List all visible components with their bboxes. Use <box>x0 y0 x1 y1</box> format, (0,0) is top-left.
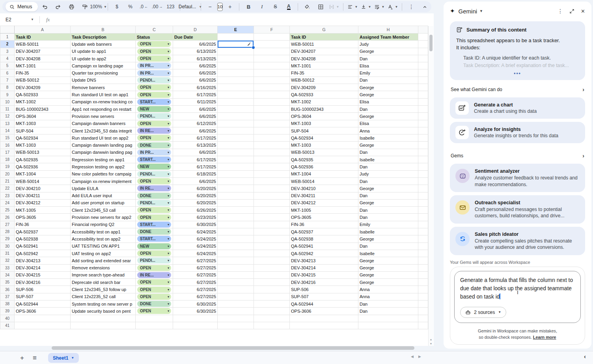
cell[interactable]: MKT-1004 <box>15 170 71 177</box>
column-header-A[interactable]: A <box>15 26 71 34</box>
cell[interactable]: 6/6/2025 <box>173 41 218 48</box>
cell[interactable] <box>418 300 428 307</box>
row-header-2[interactable]: 2 <box>0 41 15 48</box>
cell[interactable]: Regression testing on app2 <box>71 163 136 170</box>
cell[interactable] <box>136 322 173 329</box>
cell[interactable]: 6/16/2025 <box>173 84 218 91</box>
cell[interactable]: 6/23/2025 <box>173 214 218 221</box>
horizontal-scrollbar-thumb[interactable] <box>52 346 414 350</box>
cell[interactable] <box>418 315 428 322</box>
row-header-40[interactable]: 40 <box>0 315 15 322</box>
cell[interactable]: DEV-304215 <box>290 271 358 278</box>
cell[interactable]: WEB-50011 <box>15 41 71 48</box>
cell[interactable] <box>418 156 428 163</box>
cell[interactable]: Dan <box>358 177 418 185</box>
cell[interactable] <box>254 149 290 156</box>
cell[interactable]: Remove banners <box>71 84 136 91</box>
status-chip[interactable]: IN RE...▾ <box>137 185 171 191</box>
status-chip[interactable]: DONE▾ <box>137 142 171 148</box>
row-header-23[interactable]: 23 <box>0 192 15 199</box>
select-all-corner[interactable] <box>0 26 15 34</box>
cell[interactable]: PENDI...▾ <box>136 257 173 264</box>
cell[interactable]: Isabelle <box>358 156 418 163</box>
cell[interactable] <box>218 127 254 134</box>
status-chip[interactable]: OPEN▾ <box>137 84 171 90</box>
cell[interactable]: 6/6/2025 <box>173 149 218 156</box>
cell[interactable]: WEB-50012 <box>290 77 358 84</box>
cell[interactable] <box>254 293 290 300</box>
cell[interactable]: OPEN▾ <box>136 286 173 293</box>
cell[interactable]: George <box>358 264 418 271</box>
cell[interactable]: George <box>358 91 418 98</box>
cell[interactable]: Status <box>136 34 173 41</box>
cell[interactable] <box>418 120 428 127</box>
cell[interactable]: Task ID <box>290 34 358 41</box>
cell[interactable] <box>418 177 428 185</box>
cell[interactable]: MKT-1005 <box>290 207 358 214</box>
cell[interactable]: OPEN▾ <box>136 279 173 286</box>
cell[interactable]: PENDI...▾ <box>136 170 173 177</box>
text-color-button[interactable]: A <box>282 2 295 11</box>
cell[interactable] <box>218 113 254 120</box>
cell[interactable]: MKT-1001 <box>290 62 358 69</box>
cell[interactable]: Add EULA user input <box>71 192 136 199</box>
cell[interactable]: DEV-304207 <box>15 48 71 55</box>
row-header-18[interactable]: 18 <box>0 156 15 163</box>
cell[interactable] <box>418 69 428 77</box>
cell[interactable]: Due Date <box>173 34 218 41</box>
cell[interactable]: 6/13/2025 <box>173 142 218 149</box>
horizontal-scrollbar[interactable] <box>14 346 427 350</box>
cell[interactable]: 6/27/2025 <box>173 264 218 271</box>
cell[interactable] <box>218 207 254 214</box>
cell[interactable]: Run standard UI test on app2 <box>71 134 136 142</box>
cell[interactable]: NEW▾ <box>136 105 173 112</box>
cell[interactable]: George <box>358 279 418 286</box>
spreadsheet-grid[interactable]: ABCDEFGH1Task IDTask DescriptionStatusDu… <box>0 26 434 346</box>
cell[interactable]: OPS-3604 <box>15 113 71 120</box>
cell[interactable] <box>254 84 290 91</box>
row-header-35[interactable]: 35 <box>0 279 15 286</box>
row-header-4[interactable]: 4 <box>0 55 15 62</box>
cell[interactable] <box>218 199 254 206</box>
cell[interactable]: DEV-304212 <box>15 199 71 206</box>
row-header-5[interactable]: 5 <box>0 62 15 69</box>
cell[interactable]: QA-502944 <box>15 300 71 307</box>
cell[interactable] <box>290 315 358 322</box>
cell[interactable]: 6/26/2025 <box>173 207 218 214</box>
cell[interactable] <box>418 271 428 278</box>
cell[interactable]: George <box>358 199 418 206</box>
borders-button[interactable] <box>314 2 327 11</box>
scroll-down-icon[interactable]: ▼ <box>430 342 433 345</box>
cell[interactable]: Client 12x2345_53 data integrit <box>71 127 136 134</box>
row-header-32[interactable]: 32 <box>0 257 15 264</box>
status-chip[interactable]: OPEN▾ <box>137 121 171 127</box>
cell[interactable]: QA-502937 <box>15 228 71 235</box>
cell[interactable]: 6/17/2025 <box>173 163 218 170</box>
cell[interactable]: OPEN▾ <box>136 55 173 62</box>
cell[interactable]: 6/6/2025 <box>173 69 218 77</box>
cell[interactable]: George <box>358 113 418 120</box>
cell[interactable] <box>254 271 290 278</box>
bold-button[interactable]: B <box>242 2 255 11</box>
text-rotation-button[interactable]: ▼ <box>386 2 399 11</box>
cell[interactable]: DEV-304212 <box>290 199 358 206</box>
formula-input[interactable] <box>50 13 434 26</box>
status-chip[interactable]: NEW▾ <box>137 106 171 112</box>
cell[interactable] <box>254 257 290 264</box>
cell[interactable] <box>254 250 290 257</box>
decrease-decimal-button[interactable]: .0← <box>138 2 150 11</box>
cell[interactable]: 6/20/2025 <box>173 185 218 192</box>
cell[interactable]: QA-502933 <box>290 91 358 98</box>
cell[interactable]: SUP-506 <box>290 286 358 293</box>
cell[interactable]: Dan <box>358 55 418 62</box>
cell[interactable] <box>418 250 428 257</box>
cell[interactable] <box>418 199 428 206</box>
cell[interactable]: Judy <box>358 41 418 48</box>
cell[interactable] <box>254 113 290 120</box>
cell[interactable] <box>71 315 136 322</box>
cell[interactable]: 6/30/2025 <box>173 308 218 315</box>
column-header-E[interactable]: E <box>218 26 254 34</box>
cell[interactable] <box>418 41 428 48</box>
cell[interactable]: NEW▾ <box>136 163 173 170</box>
cell[interactable]: George <box>358 235 418 243</box>
